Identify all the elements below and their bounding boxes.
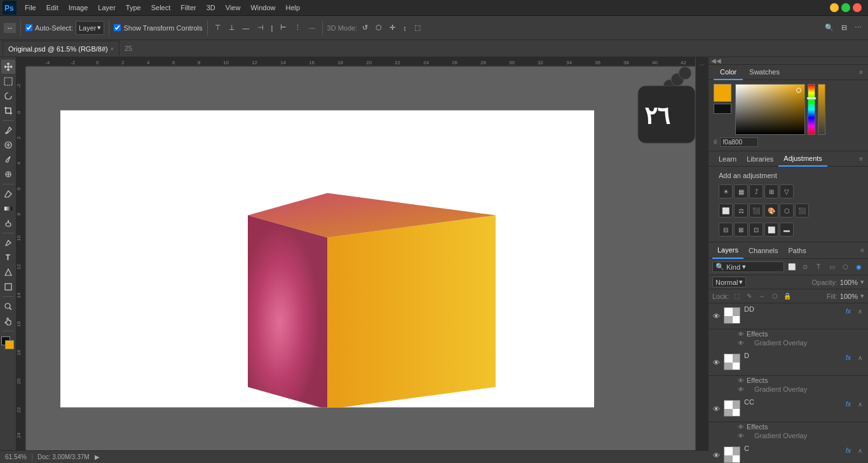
lock-pixel[interactable]: ✎ [744, 291, 754, 301]
panel-strip-btn[interactable]: ⋮ [699, 61, 705, 69]
menu-help[interactable]: Help [281, 3, 305, 13]
layer-row-d[interactable]: 👁 D fx [709, 350, 868, 376]
move-tool[interactable]: ↔ [4, 23, 16, 33]
tool-clone[interactable] [1, 167, 15, 181]
blend-mode-dropdown[interactable]: Normal ▾ [712, 277, 746, 287]
layer-fx-cc[interactable]: fx [843, 398, 854, 410]
show-transform-checkbox[interactable]: Show Transform Controls [114, 24, 202, 32]
adj-curves[interactable]: ⤴ [749, 184, 763, 198]
alpha-bar[interactable] [818, 84, 825, 135]
menu-window[interactable]: Window [246, 3, 280, 13]
panel-collapse-btn[interactable]: ◀◀ [711, 57, 721, 64]
menu-filter[interactable]: Filter [176, 3, 200, 13]
menu-select[interactable]: Select [147, 3, 175, 13]
3d-rotate[interactable]: ↺ [360, 22, 370, 33]
layer-row-dd[interactable]: 👁 DD fx [709, 303, 868, 329]
layer-item-c[interactable]: 👁 C fx [709, 443, 868, 463]
tab-close-btn[interactable]: × [111, 46, 114, 52]
layer-item-d[interactable]: 👁 D fx [709, 350, 868, 396]
document-tab[interactable]: Original.psd @ 61.5% (RGB/8#) × [3, 41, 119, 56]
layer-fx-d[interactable]: fx [843, 352, 854, 363]
3d-orbit[interactable]: ⬡ [373, 22, 384, 33]
tool-text[interactable]: T [1, 251, 15, 265]
color-gradient-box[interactable] [735, 84, 805, 135]
more-options[interactable]: ··· [306, 23, 317, 33]
menu-view[interactable]: View [221, 3, 245, 13]
lock-all[interactable]: 🔒 [782, 291, 792, 301]
layer-fx-c[interactable]: fx [843, 445, 854, 456]
gradient-eye-dd[interactable]: 👁 [738, 340, 744, 347]
layer-visibility-d[interactable]: 👁 [711, 352, 721, 373]
tab-adjustments[interactable]: Adjustments [778, 151, 827, 167]
menu-image[interactable]: Image [64, 3, 93, 13]
tab-swatches[interactable]: Swatches [743, 65, 786, 80]
close-button[interactable] [853, 3, 862, 12]
workspace-btn[interactable]: ⋯ [852, 22, 864, 33]
adj-hue[interactable]: ⬜ [719, 204, 733, 218]
filter-smart[interactable]: ⬡ [839, 261, 851, 273]
search-btn[interactable]: 🔍 [822, 22, 836, 33]
layer-visibility-c[interactable]: 👁 [711, 445, 721, 463]
layer-row-c[interactable]: 👁 C fx [709, 443, 868, 463]
tool-crop[interactable] [1, 104, 15, 118]
adj-levels[interactable]: ▦ [734, 184, 748, 198]
filter-pixel[interactable]: ⬜ [786, 261, 797, 273]
distribute[interactable]: ⋮ [292, 22, 304, 33]
filter-shape[interactable]: ▭ [826, 261, 837, 273]
menu-3d[interactable]: 3D [202, 3, 220, 13]
layer-item-dd[interactable]: 👁 DD fx [709, 303, 868, 350]
layer-visibility-cc[interactable]: 👁 [711, 398, 721, 420]
adj-selectivecolor[interactable]: ⬜ [764, 223, 778, 237]
adj-colorgr[interactable]: ⬛ [795, 204, 809, 218]
tool-pen[interactable] [1, 236, 15, 250]
layer-expand-dd[interactable]: ∧ [854, 305, 865, 317]
adj-channelmix[interactable]: ⬡ [780, 204, 794, 218]
tab-layers[interactable]: Layers [712, 242, 743, 259]
menu-file[interactable]: File [20, 3, 41, 13]
maximize-button[interactable] [841, 3, 850, 12]
tool-dodge[interactable] [1, 216, 15, 230]
tool-lasso[interactable] [1, 89, 15, 103]
color-panel-menu[interactable]: ≡ [859, 69, 863, 76]
layers-panel-menu[interactable]: ≡ [860, 247, 864, 254]
align-center-v[interactable]: ⊥ [226, 22, 238, 33]
color-swatch-bg[interactable] [714, 104, 731, 114]
filter-toggle[interactable]: ◉ [853, 261, 864, 273]
adj-bw[interactable]: ⬛ [749, 204, 763, 218]
align-bottom[interactable]: — [240, 23, 252, 33]
tool-hand[interactable] [1, 314, 15, 328]
adj-vibrance[interactable]: ▽ [780, 184, 794, 198]
menu-edit[interactable]: Edit [42, 3, 63, 13]
menu-type[interactable]: Type [121, 3, 146, 13]
3d-slide[interactable]: ↕ [400, 23, 409, 33]
align-top[interactable]: ⊤ [212, 22, 224, 33]
hue-bar[interactable] [808, 84, 815, 135]
tab-channels[interactable]: Channels [743, 242, 783, 259]
status-arrow[interactable]: ▶ [95, 453, 100, 460]
tab-color[interactable]: Color [714, 65, 743, 80]
filter-adj[interactable]: ⊙ [799, 261, 811, 273]
effects-eye-d[interactable]: 👁 [738, 377, 744, 384]
align-right[interactable]: ⊢ [278, 22, 289, 33]
layer-dropdown[interactable]: Layer ▾ [76, 21, 105, 35]
adj-photofilter[interactable]: 🎨 [764, 204, 778, 218]
menu-layer[interactable]: Layer [93, 3, 120, 13]
tool-selection[interactable] [1, 74, 15, 88]
tool-heal[interactable] [1, 138, 15, 152]
minimize-button[interactable] [830, 3, 839, 12]
tool-eraser[interactable] [1, 187, 15, 201]
tool-shape[interactable] [1, 280, 15, 294]
gradient-eye-d[interactable]: 👁 [738, 386, 744, 393]
adj-colorbalance[interactable]: ⚖ [734, 204, 748, 218]
panel-layout-btn[interactable]: ⊟ [839, 22, 850, 33]
align-left[interactable]: ⊣ [255, 22, 266, 33]
tool-move[interactable] [1, 60, 15, 74]
gradient-eye-cc[interactable]: 👁 [738, 432, 744, 439]
tool-zoom[interactable] [1, 300, 15, 314]
hex-input[interactable]: f0a800 [720, 137, 758, 147]
color-swatch-fg[interactable] [714, 84, 731, 102]
layer-row-cc[interactable]: 👁 CC fx [709, 396, 868, 422]
adj-gradientmap[interactable]: ▬ [780, 223, 794, 237]
filter-text[interactable]: T [813, 261, 824, 273]
adj-panel-menu[interactable]: ≡ [859, 155, 863, 162]
